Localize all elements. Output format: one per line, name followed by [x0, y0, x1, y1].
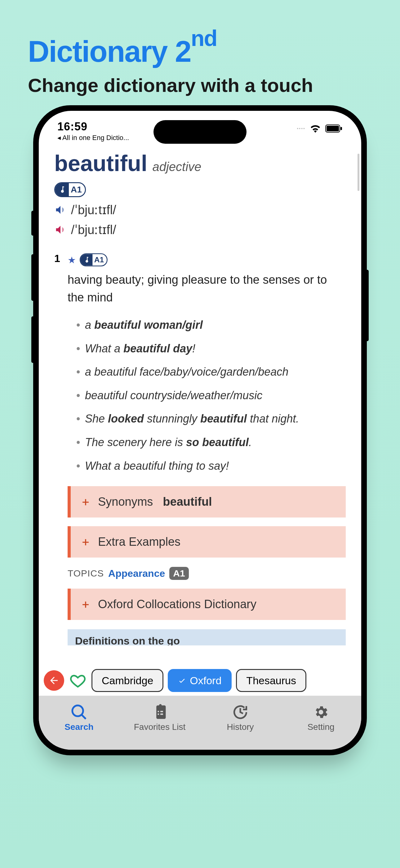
pronunciation-us[interactable]: /ˈbjuːtɪfl/	[54, 223, 346, 237]
tab-search[interactable]: Search	[39, 696, 120, 750]
example-item: a beautiful woman/girl	[76, 313, 346, 337]
back-button[interactable]	[44, 670, 64, 691]
example-item: What a beautiful thing to say!	[76, 454, 346, 478]
definition: having beauty; giving pleasure to the se…	[68, 271, 346, 306]
clipboard-icon	[152, 704, 168, 720]
collocations-expander[interactable]: ＋ Oxford Collocations Dictionary	[68, 589, 346, 620]
tab-setting[interactable]: Setting	[280, 696, 361, 750]
svg-rect-2	[340, 127, 342, 130]
phone-frame: 16:59 ◂ All in one Eng Dictio... •••• be…	[33, 105, 367, 755]
cefr-badge-sense[interactable]: A1	[80, 253, 108, 266]
speaker-icon-us[interactable]	[54, 223, 67, 236]
topic-level-badge: A1	[169, 567, 189, 580]
battery-icon	[325, 124, 343, 132]
sense-number: 1	[54, 252, 60, 645]
gear-icon	[313, 704, 329, 720]
status-time: 16:59	[57, 120, 129, 133]
plus-icon: ＋	[80, 597, 91, 612]
wifi-icon	[310, 124, 321, 133]
topic-link[interactable]: Appearance	[108, 568, 165, 579]
dictionary-switcher: Cambridge Oxford Thesaurus	[39, 663, 361, 696]
tab-history[interactable]: History	[200, 696, 280, 750]
star-icon[interactable]: ★	[68, 254, 76, 266]
dict-thesaurus-button[interactable]: Thesaurus	[236, 669, 306, 692]
check-icon	[178, 677, 186, 685]
part-of-speech: adjective	[152, 160, 201, 174]
plus-icon: ＋	[80, 534, 91, 550]
dict-oxford-button[interactable]: Oxford	[168, 669, 232, 692]
speaker-icon-uk[interactable]	[54, 204, 67, 216]
extra-examples-expander[interactable]: ＋ Extra Examples	[68, 526, 346, 558]
status-back-app[interactable]: ◂ All in one Eng Dictio...	[57, 134, 129, 142]
topics-row: TOPICS Appearance A1	[68, 567, 346, 580]
screen: 16:59 ◂ All in one Eng Dictio... •••• be…	[39, 111, 361, 750]
example-item: What a beautiful day!	[76, 337, 346, 361]
examples-list: a beautiful woman/girlWhat a beautiful d…	[68, 313, 346, 477]
synonyms-expander[interactable]: ＋ Synonyms beautiful	[68, 486, 346, 518]
favorite-button[interactable]	[69, 671, 87, 690]
history-icon	[232, 704, 248, 720]
pronunciation-uk[interactable]: /ˈbjuːtɪfl/	[54, 203, 346, 217]
promo-title: Dictionary 2nd	[0, 0, 400, 69]
svg-rect-1	[327, 126, 339, 131]
scrollbar[interactable]	[358, 154, 359, 191]
sense-1: 1 ★ A1 having beauty; giving pleasure to…	[54, 252, 346, 645]
example-item: beautiful countryside/weather/music	[76, 384, 346, 407]
key-icon	[80, 254, 93, 266]
cefr-badge[interactable]: A1	[54, 182, 86, 197]
content-area[interactable]: beautiful adjective A1 /ˈbjuːtɪfl/	[39, 151, 361, 663]
tab-favorites[interactable]: Favorites List	[120, 696, 200, 750]
example-item: She looked stunningly beautiful that nig…	[76, 407, 346, 431]
definitions-strip[interactable]: Definitions on the go	[68, 629, 346, 645]
notch	[154, 120, 246, 144]
search-icon	[71, 704, 87, 720]
key-icon	[55, 183, 69, 196]
cellular-icon: ••••	[297, 126, 305, 131]
promo-subtitle: Change dictionary with a touch	[0, 69, 400, 96]
example-item: a beautiful face/baby/voice/garden/beach	[76, 360, 346, 384]
tab-bar: Search Favorites List History Setting	[39, 696, 361, 750]
headword: beautiful	[54, 151, 147, 176]
plus-icon: ＋	[80, 494, 91, 509]
example-item: The scenery here is so beautiful.	[76, 431, 346, 454]
dict-cambridge-button[interactable]: Cambridge	[92, 669, 163, 692]
